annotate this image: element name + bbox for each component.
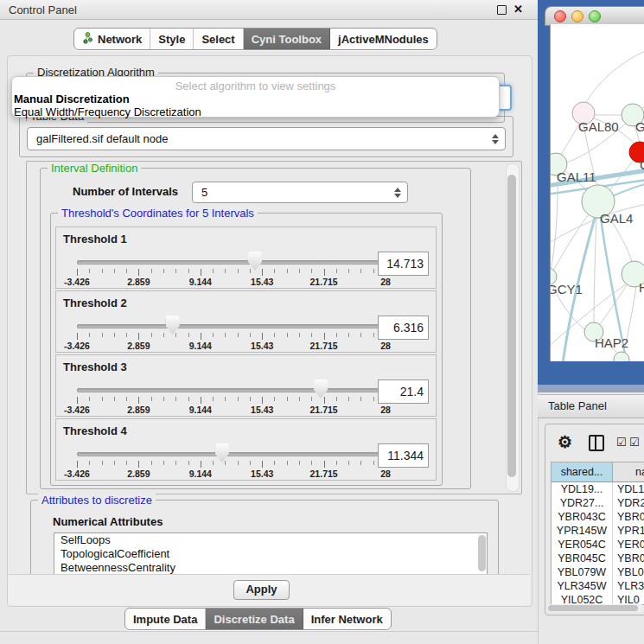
thresholds-title: Threshold's Coordinates for 5 Intervals [58, 207, 258, 220]
apply-button[interactable]: Apply [233, 580, 290, 600]
slider-handle[interactable] [314, 379, 328, 399]
slider-handle[interactable] [166, 316, 180, 335]
network-edge[interactable] [585, 50, 644, 104]
network-graph[interactable]: GAL80GACGAL11GAL4GCY1HHAP2 [551, 24, 644, 361]
table-row[interactable]: YBL079WYBL0 [552, 565, 644, 579]
slider-handle[interactable] [215, 443, 229, 462]
table-row[interactable]: YBR043CYBR0 [552, 510, 644, 524]
slider-track[interactable] [77, 452, 386, 456]
close-icon[interactable]: ✕ [513, 3, 523, 16]
cell-shared-name: YBR045C [552, 552, 613, 565]
table-row[interactable]: YDR27...YDR2 [552, 496, 644, 510]
network-canvas[interactable]: GAL80GACGAL11GAL4GCY1HHAP2 [550, 24, 644, 361]
scrollbar-thumb[interactable] [507, 175, 516, 477]
node-bottom-partial[interactable] [614, 352, 629, 361]
threshold-value-field[interactable]: 11.344 [378, 443, 429, 468]
slider-tick-label: 9.144 [189, 277, 212, 287]
slider-major-tick [138, 397, 139, 404]
cell-shared-name: YER054C [552, 538, 613, 552]
node-label-c: C [640, 157, 644, 172]
slider-handle[interactable] [248, 252, 262, 271]
dropdown-prompt[interactable]: Select algorithm to view settings [12, 77, 499, 92]
node-label-hap2: HAP2 [595, 335, 628, 350]
table-row[interactable]: YBR045CYBR0 [552, 552, 644, 565]
tab-network[interactable]: Network [74, 29, 150, 49]
cell-name: YDL1 [613, 482, 644, 496]
horizontal-scrollbar[interactable] [547, 604, 644, 612]
mac-minimize-button[interactable] [571, 10, 583, 22]
table-row[interactable]: YIL052CYIL0 [552, 593, 644, 605]
node-label-gcy1: GCY1 [551, 282, 583, 296]
list-scrollbar-thumb[interactable] [478, 535, 486, 571]
network-edge[interactable] [558, 124, 579, 158]
desktop-background-strip [538, 385, 644, 392]
slider-tick-label: 9.144 [189, 469, 212, 479]
control-panel: Control Panel ✕ NetworkStyleSelectCyni T… [0, 0, 539, 644]
numerical-attributes-list[interactable]: SelfLoopsTopologicalCoefficientBetweenne… [54, 532, 488, 575]
cell-shared-name: YIL052C [552, 593, 613, 605]
attribute-item[interactable]: SelfLoops [54, 533, 487, 547]
slider-tick-label: 21.715 [310, 469, 338, 479]
tab-style[interactable]: Style [150, 29, 194, 49]
mac-zoom-button[interactable] [589, 10, 601, 22]
slider-tick-label: 2.859 [127, 277, 150, 287]
slider-tick-label: 15.43 [251, 341, 273, 351]
attribute-item[interactable]: TopologicalCoefficient [54, 547, 487, 561]
threshold-value-field[interactable]: 21.4 [378, 379, 429, 404]
float-window-icon[interactable] [497, 5, 507, 15]
dropdown-option-equal-width[interactable]: Equal Width/Frequency Discretization [12, 105, 499, 118]
slider-track[interactable] [77, 260, 386, 265]
attribute-item[interactable]: BetweennessCentrality [54, 561, 487, 575]
network-window-titlebar[interactable] [545, 6, 644, 26]
tab-label: Select [201, 33, 234, 46]
network-edge[interactable] [551, 175, 558, 271]
slider-tick-label: 21.715 [310, 341, 338, 351]
cell-shared-name: YPR145W [552, 524, 613, 538]
tab-discretize-data[interactable]: Discretize Data [206, 609, 303, 629]
vertical-scrollbar[interactable] [506, 163, 520, 492]
bottom-tab-bar: Impute DataDiscretize DataInfer Network [124, 608, 392, 630]
numerical-attributes-label: Numerical Attributes [53, 515, 163, 528]
slider-tick-label: 28 [380, 277, 391, 287]
tab-cyni-toolbox[interactable]: Cyni Toolbox [244, 29, 330, 49]
threshold-value-field[interactable]: 6.316 [378, 316, 429, 340]
slider-tick-label: 15.43 [251, 405, 273, 415]
column-header-name[interactable]: na [613, 462, 644, 481]
table-row[interactable]: YLR345WYLR3 [552, 579, 644, 593]
table-row[interactable]: YPR145WYPR1 [552, 524, 644, 538]
slider-tick-label: 9.144 [189, 341, 212, 351]
slider-track[interactable] [77, 388, 386, 392]
threshold-value-field[interactable]: 14.713 [378, 252, 429, 276]
mac-close-button[interactable] [554, 10, 566, 22]
slider-major-tick [262, 461, 263, 468]
table-panel-header: Table Panel [538, 394, 644, 418]
column-header-shared-name[interactable]: shared... [552, 462, 613, 481]
slider-tick-label: 2.859 [127, 405, 150, 415]
slider-major-tick [77, 269, 78, 276]
table-row[interactable]: YER054CYER0 [552, 538, 644, 552]
gear-icon[interactable]: ⚙ [558, 432, 572, 452]
tab-infer-network[interactable]: Infer Network [303, 609, 391, 629]
tab-impute-data[interactable]: Impute Data [125, 609, 206, 629]
tab-select[interactable]: Select [194, 29, 243, 49]
cell-name: YER0 [613, 538, 644, 552]
tab-label: Style [158, 33, 185, 46]
node-table: shared... na YDL19...YDL1YDR27...YDR2YBR… [551, 462, 644, 605]
slider-tick-label: 21.715 [310, 277, 338, 287]
tab-jactivemnodules[interactable]: jActiveMNodules [330, 29, 437, 49]
dropdown-option-manual[interactable]: Manual Discretization [12, 92, 499, 105]
column-layout-icon[interactable] [589, 435, 604, 451]
table-row[interactable]: YDL19...YDL1 [552, 482, 644, 496]
table-body: YDL19...YDL1YDR27...YDR2YBR043CYBR0YPR14… [552, 482, 644, 605]
checkbox-icon-2[interactable]: ☑ [629, 436, 640, 449]
threshold-box-3: Threshold 3-3.4262.8599.14415.4321.71528… [55, 354, 437, 417]
table-panel: ⚙ ☑ ☑ shared... na YDL19...YDL1YDR27...Y… [545, 424, 644, 615]
tab-label: Infer Network [311, 613, 383, 626]
scrollbar-thumb[interactable] [548, 605, 638, 611]
checkbox-icon-1[interactable]: ☑ [616, 436, 627, 449]
table-data-select[interactable]: galFiltered.sif default node [27, 127, 506, 150]
number-of-intervals-select[interactable]: 5 [192, 182, 408, 203]
slider-track[interactable] [77, 324, 386, 328]
cell-shared-name: YDR27... [552, 496, 613, 510]
cell-shared-name: YBR043C [552, 510, 613, 524]
